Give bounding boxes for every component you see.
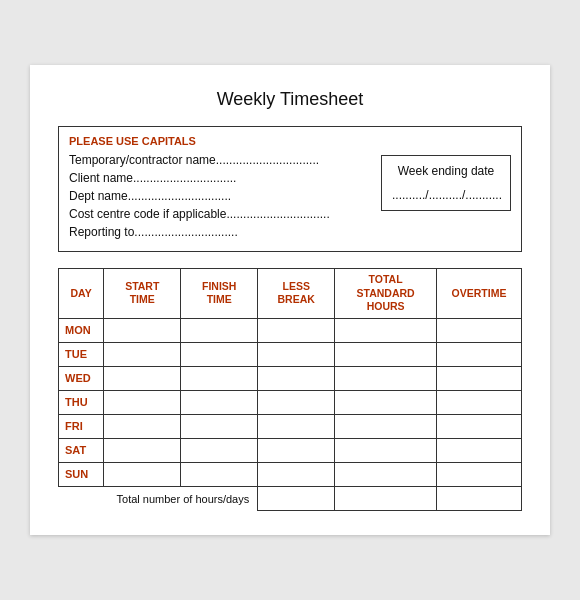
entry-cell[interactable] [104, 438, 181, 462]
capitals-note: PLEASE USE CAPITALS [69, 135, 369, 147]
day-cell-tue: TUE [59, 342, 104, 366]
entry-cell[interactable] [104, 318, 181, 342]
entry-cell[interactable] [181, 366, 258, 390]
header-start: STARTTIME [104, 269, 181, 319]
info-box: PLEASE USE CAPITALS Temporary/contractor… [58, 126, 522, 252]
table-row: SUN [59, 462, 522, 486]
entry-cell[interactable] [335, 390, 437, 414]
table-row: MON [59, 318, 522, 342]
header-less: LESSBREAK [258, 269, 335, 319]
info-fields: PLEASE USE CAPITALS Temporary/contractor… [69, 135, 369, 243]
entry-cell[interactable] [104, 462, 181, 486]
entry-cell[interactable] [104, 366, 181, 390]
entry-cell[interactable] [104, 390, 181, 414]
field-reporting: Reporting to............................… [69, 225, 369, 239]
total-overtime[interactable] [437, 486, 522, 510]
field-dept-name: Dept name............................... [69, 189, 369, 203]
entry-cell[interactable] [437, 438, 522, 462]
entry-cell[interactable] [181, 414, 258, 438]
entry-cell[interactable] [104, 414, 181, 438]
field-client-name: Client name.............................… [69, 171, 369, 185]
entry-cell[interactable] [437, 366, 522, 390]
entry-cell[interactable] [181, 390, 258, 414]
entry-cell[interactable] [181, 438, 258, 462]
table-row: THU [59, 390, 522, 414]
header-day: DAY [59, 269, 104, 319]
entry-cell[interactable] [437, 414, 522, 438]
week-ending-value: ........../........../........... [392, 188, 500, 202]
entry-cell[interactable] [104, 342, 181, 366]
day-cell-mon: MON [59, 318, 104, 342]
entry-cell[interactable] [335, 462, 437, 486]
entry-cell[interactable] [181, 342, 258, 366]
total-label: Total number of hours/days [59, 486, 258, 510]
total-less-break[interactable] [258, 486, 335, 510]
entry-cell[interactable] [437, 390, 522, 414]
timesheet-table: DAY STARTTIME FINISHTIME LESSBREAK TOTAL… [58, 268, 522, 511]
header-total: TOTALSTANDARDHOURS [335, 269, 437, 319]
page-title: Weekly Timesheet [58, 89, 522, 110]
entry-cell[interactable] [258, 342, 335, 366]
entry-cell[interactable] [181, 318, 258, 342]
entry-cell[interactable] [258, 318, 335, 342]
total-standard-hours[interactable] [335, 486, 437, 510]
entry-cell[interactable] [335, 438, 437, 462]
field-cost-centre: Cost centre code if applicable..........… [69, 207, 369, 221]
entry-cell[interactable] [258, 366, 335, 390]
day-cell-thu: THU [59, 390, 104, 414]
header-overtime: OVERTIME [437, 269, 522, 319]
table-row: FRI [59, 414, 522, 438]
field-temp-name: Temporary/contractor name...............… [69, 153, 369, 167]
entry-cell[interactable] [335, 414, 437, 438]
entry-cell[interactable] [335, 318, 437, 342]
entry-cell[interactable] [437, 318, 522, 342]
entry-cell[interactable] [258, 390, 335, 414]
table-row: WED [59, 366, 522, 390]
table-row: TUE [59, 342, 522, 366]
entry-cell[interactable] [258, 414, 335, 438]
entry-cell[interactable] [258, 462, 335, 486]
entry-cell[interactable] [335, 342, 437, 366]
day-cell-sat: SAT [59, 438, 104, 462]
table-header-row: DAY STARTTIME FINISHTIME LESSBREAK TOTAL… [59, 269, 522, 319]
header-finish: FINISHTIME [181, 269, 258, 319]
day-cell-sun: SUN [59, 462, 104, 486]
entry-cell[interactable] [335, 366, 437, 390]
week-ending-label: Week ending date [392, 164, 500, 178]
entry-cell[interactable] [437, 462, 522, 486]
day-cell-fri: FRI [59, 414, 104, 438]
total-row: Total number of hours/days [59, 486, 522, 510]
entry-cell[interactable] [258, 438, 335, 462]
entry-cell[interactable] [437, 342, 522, 366]
page: Weekly Timesheet PLEASE USE CAPITALS Tem… [30, 65, 550, 535]
table-row: SAT [59, 438, 522, 462]
entry-cell[interactable] [181, 462, 258, 486]
day-cell-wed: WED [59, 366, 104, 390]
week-ending-box: Week ending date ........../........../.… [381, 155, 511, 211]
